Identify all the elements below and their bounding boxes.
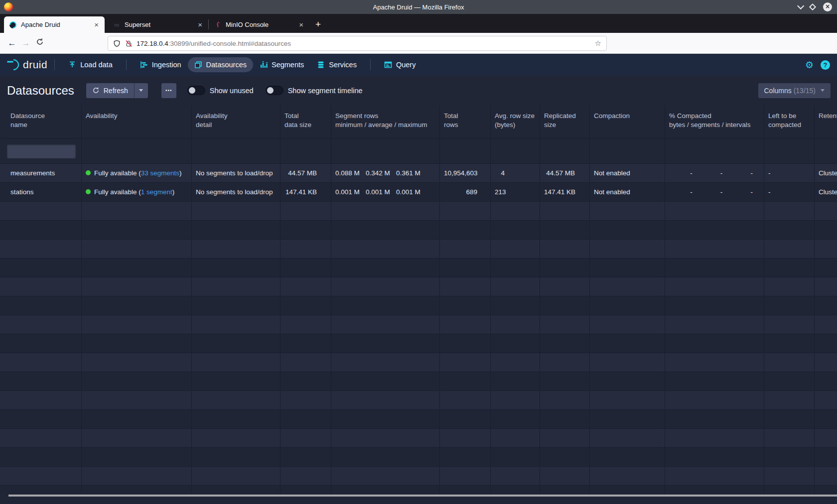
horizontal-scrollbar[interactable] bbox=[8, 495, 837, 497]
table-cell: --- bbox=[665, 164, 764, 182]
tab-close-icon[interactable]: × bbox=[196, 20, 204, 29]
show-segment-timeline-toggle[interactable] bbox=[266, 86, 283, 95]
table-cell: 147.41 KB bbox=[540, 183, 590, 201]
column-header[interactable]: Totaldata size bbox=[280, 105, 331, 138]
table-cell bbox=[440, 296, 491, 315]
druid-logo-icon bbox=[5, 57, 21, 72]
table-cell bbox=[0, 315, 82, 334]
filter-cell bbox=[540, 139, 590, 163]
table-cell: 4 bbox=[491, 164, 540, 182]
table-cell bbox=[540, 258, 590, 277]
nav-item-datasources[interactable]: Datasources bbox=[188, 57, 253, 72]
window-close-icon[interactable]: × bbox=[823, 2, 832, 11]
column-header[interactable]: Totalrows bbox=[440, 105, 491, 138]
datasource-name-filter-input[interactable] bbox=[7, 144, 76, 158]
filter-cell bbox=[491, 139, 540, 163]
table-cell bbox=[540, 296, 590, 315]
table-cell bbox=[331, 353, 440, 372]
table-row[interactable]: measurementsFully available (33 segments… bbox=[0, 164, 837, 183]
back-button[interactable]: ← bbox=[5, 38, 19, 48]
tab-apache-druid[interactable]: Apache Druid × bbox=[4, 16, 105, 33]
nav-item-services[interactable]: Services bbox=[310, 57, 363, 72]
table-cell bbox=[665, 448, 764, 466]
table-cell bbox=[0, 334, 82, 353]
bookmark-star-icon[interactable]: ☆ bbox=[595, 39, 601, 48]
column-header[interactable]: % Compactedbytes / segments / intervals bbox=[665, 105, 764, 138]
table-cell bbox=[815, 372, 837, 390]
refresh-button[interactable]: Refresh bbox=[86, 83, 134, 98]
table-cell bbox=[590, 334, 665, 353]
column-header[interactable]: Compaction bbox=[590, 105, 665, 138]
table-cell bbox=[280, 429, 331, 447]
tracking-shield-icon[interactable] bbox=[113, 40, 121, 47]
table-cell bbox=[0, 486, 82, 494]
help-icon[interactable]: ? bbox=[821, 60, 830, 70]
table-cell bbox=[82, 258, 192, 277]
table-cell bbox=[764, 467, 815, 485]
window-minimize-icon[interactable] bbox=[797, 2, 804, 9]
tab-superset[interactable]: ∞ Superset × bbox=[108, 16, 208, 33]
table-cell: 213 bbox=[491, 183, 540, 201]
show-unused-toggle[interactable] bbox=[187, 86, 205, 95]
settings-gear-icon[interactable]: ⚙ bbox=[805, 60, 814, 70]
column-header[interactable]: Datasourcename bbox=[0, 105, 82, 138]
column-header[interactable]: Left to becompacted bbox=[764, 105, 815, 138]
table-cell bbox=[0, 429, 82, 447]
table-empty-row bbox=[0, 391, 837, 410]
segments-link[interactable]: 1 segment bbox=[141, 188, 172, 196]
table-cell bbox=[665, 353, 764, 372]
new-tab-button[interactable]: + bbox=[309, 19, 327, 30]
forward-button: → bbox=[19, 38, 33, 48]
table-cell: Not enabled bbox=[590, 183, 665, 201]
tab-close-icon[interactable]: × bbox=[92, 20, 101, 29]
nav-item-ingestion[interactable]: Ingestion bbox=[134, 57, 188, 72]
table-cell bbox=[590, 410, 665, 428]
table-empty-row bbox=[0, 277, 837, 296]
nav-item-segments[interactable]: Segments bbox=[253, 57, 310, 72]
window-maximize-icon[interactable] bbox=[809, 3, 816, 10]
column-header[interactable]: Avg. row size(bytes) bbox=[491, 105, 540, 138]
nav-separator bbox=[54, 59, 55, 70]
table-cell bbox=[665, 391, 764, 409]
tab-minio-console[interactable]: MinIO Console × bbox=[209, 16, 309, 33]
druid-logo[interactable]: druid bbox=[8, 59, 47, 71]
table-row[interactable]: stationsFully available (1 segment)No se… bbox=[0, 183, 837, 202]
table-cell bbox=[280, 277, 331, 296]
show-segment-timeline-label: Show segment timeline bbox=[288, 87, 363, 95]
insecure-lock-icon[interactable] bbox=[125, 40, 133, 47]
table-cell bbox=[82, 202, 192, 220]
chevron-down-icon bbox=[821, 89, 825, 92]
table-cell: Cluster default bbox=[815, 183, 837, 201]
table-cell bbox=[491, 202, 540, 220]
table-cell: 689 bbox=[440, 183, 491, 201]
tab-strip: Apache Druid × ∞ Superset × MinIO Consol… bbox=[0, 14, 837, 33]
nav-item-query[interactable]: Query bbox=[378, 57, 422, 72]
url-bar[interactable]: 172.18.0.4:30899/unified-console.html#da… bbox=[108, 36, 607, 51]
table-cell bbox=[540, 429, 590, 447]
table-cell bbox=[0, 240, 82, 258]
column-header[interactable]: Availability bbox=[82, 105, 192, 138]
refresh-dropdown-button[interactable] bbox=[134, 83, 148, 98]
segments-link[interactable]: 33 segments bbox=[141, 169, 179, 177]
column-header[interactable]: Retention bbox=[815, 105, 837, 138]
table-cell bbox=[665, 410, 764, 428]
table-cell bbox=[540, 486, 590, 494]
more-actions-button[interactable]: ••• bbox=[161, 83, 176, 98]
column-header[interactable]: Availabilitydetail bbox=[192, 105, 280, 138]
reload-button[interactable] bbox=[33, 38, 47, 48]
availability-dot-icon bbox=[86, 170, 91, 175]
table-cell: stations bbox=[0, 183, 82, 201]
table-cell bbox=[192, 486, 280, 494]
columns-button[interactable]: Columns (13/15) bbox=[758, 83, 831, 98]
table-cell bbox=[540, 202, 590, 220]
column-header[interactable]: Segment rowsminimum / average / maximum bbox=[331, 105, 440, 138]
table-cell bbox=[491, 353, 540, 372]
table-cell bbox=[491, 486, 540, 494]
table-empty-row bbox=[0, 334, 837, 353]
table-empty-row bbox=[0, 221, 837, 240]
page-title: Datasources bbox=[7, 84, 74, 98]
tab-close-icon[interactable]: × bbox=[297, 20, 305, 29]
nav-item-load-data[interactable]: Load data bbox=[62, 57, 119, 72]
column-header[interactable]: Replicatedsize bbox=[540, 105, 590, 138]
filter-cell bbox=[590, 139, 665, 163]
